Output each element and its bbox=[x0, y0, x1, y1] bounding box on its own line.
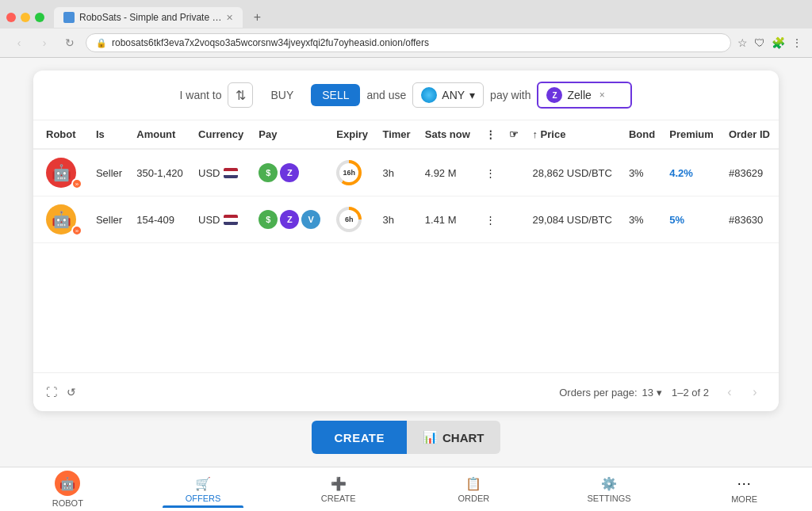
main-card: I want to ⇅ BUY SELL and use ANY ▾ pay w… bbox=[33, 71, 779, 411]
back-button[interactable]: ‹ bbox=[10, 33, 29, 52]
action-buttons: CREATE 📊 CHART bbox=[312, 421, 500, 454]
create-nav-icon: ➕ bbox=[331, 476, 347, 491]
dots-cell[interactable]: ⋮ bbox=[479, 196, 503, 243]
premium-cell: 4.2% bbox=[663, 149, 722, 196]
nav-item-settings[interactable]: ⚙️ SETTINGS bbox=[542, 471, 677, 508]
zelle-pay-icon: Z bbox=[280, 210, 299, 229]
maximize-window-button[interactable] bbox=[35, 13, 44, 22]
chevron-down-icon: ▾ bbox=[469, 89, 475, 101]
order-id-cell: #83630 bbox=[722, 196, 779, 243]
currency-cell: USD bbox=[192, 149, 252, 196]
new-tab-button[interactable]: + bbox=[246, 6, 268, 29]
page-nav: ‹ › bbox=[718, 381, 766, 403]
url-text: robosats6tkf3eva7x2voqso3a5wcorsnw34jvey… bbox=[112, 37, 721, 48]
timer-cell: 3h bbox=[376, 196, 418, 243]
sell-button[interactable]: SELL bbox=[311, 84, 360, 106]
forward-button[interactable]: › bbox=[35, 33, 54, 52]
amount-cell: 350-1,420 bbox=[130, 149, 192, 196]
price-cell: 28,862 USD/BTC bbox=[526, 149, 622, 196]
robot-nav-avatar: 🤖 bbox=[55, 471, 80, 496]
extensions-icon[interactable]: 🧩 bbox=[772, 36, 785, 49]
globe-icon bbox=[421, 87, 437, 103]
browser-tab[interactable]: RoboSats - Simple and Private … ✕ bbox=[54, 7, 243, 28]
tab-close-button[interactable]: ✕ bbox=[226, 13, 233, 23]
nav-item-more[interactable]: ··· MORE bbox=[676, 471, 812, 509]
expiry-timer: 6h bbox=[336, 207, 362, 232]
robot-cell: 🤖 » bbox=[33, 196, 90, 243]
buy-button[interactable]: BUY bbox=[259, 84, 304, 106]
footer-left: ⛶ ↺ bbox=[46, 386, 76, 399]
chart-label: CHART bbox=[442, 431, 485, 444]
address-bar-row: ‹ › ↻ 🔒 robosats6tkf3eva7x2voqso3a5wcors… bbox=[0, 29, 812, 57]
amount-cell: 154-409 bbox=[130, 196, 192, 243]
orders-per-page-label: Orders per page: bbox=[559, 387, 637, 399]
col-timer: Timer bbox=[376, 120, 418, 149]
payment-filter-close[interactable]: × bbox=[599, 90, 605, 101]
bottom-nav: 🤖 ROBOT 🛒 OFFERS ➕ CREATE 📋 ORDER ⚙️ SET… bbox=[0, 467, 812, 511]
venmo-pay-icon: V bbox=[301, 210, 320, 229]
menu-button[interactable]: ⋮ bbox=[791, 36, 802, 49]
col-premium: Premium bbox=[663, 120, 722, 149]
footer-right: Orders per page: 13 ▾ 1–2 of 2 ‹ › bbox=[559, 381, 766, 403]
currency-select[interactable]: ANY ▾ bbox=[412, 82, 484, 108]
per-page-select[interactable]: 13 ▾ bbox=[642, 387, 662, 399]
col-dots: ⋮ bbox=[479, 120, 503, 149]
shield-icon[interactable]: 🛡 bbox=[754, 36, 765, 49]
pay-cell: $ Z bbox=[252, 149, 330, 196]
is-cell: Seller bbox=[90, 196, 130, 243]
expiry-cell: 6h bbox=[330, 196, 376, 243]
zelle-pay-icon: Z bbox=[280, 163, 299, 182]
sats-now-cell: 4.92 M bbox=[419, 149, 479, 196]
table-row[interactable]: 🤖 » Seller 350-1,420 USD bbox=[33, 149, 779, 196]
col-sats-now: Sats now bbox=[419, 120, 479, 149]
flag-icon bbox=[224, 215, 238, 225]
robot-badge: » bbox=[71, 178, 82, 189]
bookmark-button[interactable]: ☆ bbox=[737, 36, 748, 49]
col-amount: Amount bbox=[130, 120, 192, 149]
nav-item-create[interactable]: ➕ CREATE bbox=[270, 471, 406, 508]
col-expiry: Expiry bbox=[330, 120, 376, 149]
tab-favicon bbox=[63, 12, 75, 23]
chart-button[interactable]: 📊 CHART bbox=[407, 421, 500, 454]
i-want-to-label: I want to bbox=[180, 89, 222, 101]
browser-chrome: RoboSats - Simple and Private … ✕ + ‹ › … bbox=[0, 0, 812, 58]
cash-app-icon: $ bbox=[259, 163, 278, 182]
col-bond: Bond bbox=[622, 120, 663, 149]
prev-page-button[interactable]: ‹ bbox=[718, 381, 741, 403]
robot-cell: 🤖 » bbox=[33, 149, 90, 196]
dots-cell[interactable]: ⋮ bbox=[479, 149, 503, 196]
table-row[interactable]: 🤖 » Seller 154-409 USD bbox=[33, 196, 779, 243]
price-cell: 29,084 USD/BTC bbox=[526, 196, 622, 243]
address-bar[interactable]: 🔒 robosats6tkf3eva7x2voqso3a5wcorsnw34jv… bbox=[86, 33, 731, 52]
refresh-button[interactable]: ↺ bbox=[67, 386, 76, 399]
offers-icon: 🛒 bbox=[195, 476, 211, 491]
zelle-icon: Z bbox=[546, 87, 562, 103]
minimize-window-button[interactable] bbox=[21, 13, 30, 22]
payment-filter-tag[interactable]: Z Zelle × bbox=[537, 82, 632, 109]
create-button[interactable]: CREATE bbox=[312, 421, 407, 454]
and-use-label: and use bbox=[366, 89, 406, 101]
nav-item-offers[interactable]: 🛒 OFFERS bbox=[136, 471, 271, 508]
flag-icon bbox=[224, 168, 238, 178]
nav-more-label: MORE bbox=[731, 494, 757, 504]
fullscreen-button[interactable]: ⛶ bbox=[46, 386, 57, 399]
robot-avatar-container: 🤖 » bbox=[46, 158, 81, 188]
col-order-id: Order ID bbox=[722, 120, 779, 149]
reload-button[interactable]: ↻ bbox=[60, 33, 79, 52]
pagination-info: 1–2 of 2 bbox=[672, 387, 709, 399]
swap-button[interactable]: ⇅ bbox=[228, 82, 253, 108]
robot-avatar-container: 🤖 » bbox=[46, 204, 81, 235]
nav-order-label: ORDER bbox=[458, 494, 489, 503]
lock-icon: 🔒 bbox=[96, 38, 107, 48]
chart-icon: 📊 bbox=[423, 430, 438, 444]
is-cell: Seller bbox=[90, 149, 130, 196]
nav-offers-label: OFFERS bbox=[186, 494, 221, 503]
nav-item-order[interactable]: 📋 ORDER bbox=[406, 471, 542, 508]
close-window-button[interactable] bbox=[6, 13, 16, 22]
timer-cell: 3h bbox=[376, 149, 418, 196]
next-page-button[interactable]: › bbox=[744, 381, 766, 403]
order-icon: 📋 bbox=[465, 476, 481, 491]
col-price: ↑ Price bbox=[526, 120, 622, 149]
order-id-cell: #83629 bbox=[722, 149, 779, 196]
nav-item-robot[interactable]: 🤖 ROBOT bbox=[0, 466, 136, 511]
